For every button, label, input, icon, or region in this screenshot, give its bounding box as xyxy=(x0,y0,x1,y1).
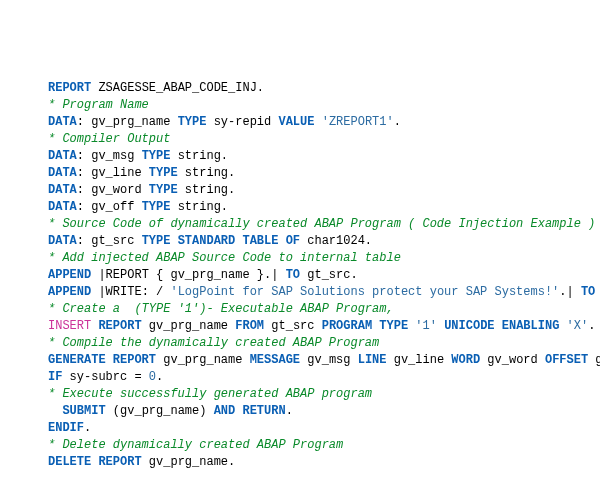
code-token: gt_src. xyxy=(595,285,600,299)
code-token: APPEND xyxy=(48,285,91,299)
code-line: INSERT REPORT gv_prg_name FROM gt_src PR… xyxy=(48,318,600,335)
code-token: DATA xyxy=(48,115,77,129)
code-line: * Program Name xyxy=(48,97,600,114)
code-line: DATA: gt_src TYPE STANDARD TABLE OF char… xyxy=(48,233,600,250)
code-line: DELETE REPORT gv_prg_name. xyxy=(48,454,600,471)
code-token: * Compile the dynamically created ABAP P… xyxy=(48,336,379,350)
code-token: . xyxy=(286,404,293,418)
code-line: * Create a (TYPE '1')- Executable ABAP P… xyxy=(48,301,600,318)
code-token: 'X' xyxy=(567,319,589,333)
code-token: IF xyxy=(48,370,62,384)
code-token: TYPE xyxy=(178,115,207,129)
code-token: . xyxy=(394,115,401,129)
code-line: * Delete dynamically created ABAP Progra… xyxy=(48,437,600,454)
code-token: |REPORT { gv_prg_name }.| xyxy=(91,268,285,282)
code-line: DATA: gv_word TYPE string. xyxy=(48,182,600,199)
code-token: gv_prg_name xyxy=(156,353,250,367)
code-token: gv_word xyxy=(480,353,545,367)
code-token: |WRITE: / xyxy=(91,285,170,299)
code-token: OFFSET xyxy=(545,353,588,367)
code-line: GENERATE REPORT gv_prg_name MESSAGE gv_m… xyxy=(48,352,600,369)
code-token: MESSAGE xyxy=(250,353,300,367)
code-token: gv_msg xyxy=(300,353,358,367)
code-token: TYPE xyxy=(149,183,178,197)
code-token: FROM xyxy=(235,319,264,333)
code-token: DATA xyxy=(48,166,77,180)
code-token: sy-repid xyxy=(206,115,278,129)
code-token xyxy=(559,319,566,333)
code-token: APPEND xyxy=(48,268,91,282)
code-token: gv_off. xyxy=(588,353,600,367)
code-token: TYPE STANDARD TABLE OF xyxy=(142,234,300,248)
code-token: UNICODE ENABLING xyxy=(444,319,559,333)
code-line: * Compiler Output xyxy=(48,131,600,148)
code-token: string. xyxy=(170,149,228,163)
code-line: SUBMIT (gv_prg_name) AND RETURN. xyxy=(48,403,600,420)
code-token: char1024. xyxy=(300,234,372,248)
code-token: INSERT xyxy=(48,319,91,333)
code-line: * Source Code of dynamically created ABA… xyxy=(48,216,600,233)
code-token: * Delete dynamically created ABAP Progra… xyxy=(48,438,343,452)
code-token: SUBMIT xyxy=(62,404,105,418)
code-token: * Source Code of dynamically created ABA… xyxy=(48,217,595,231)
code-token: WORD xyxy=(451,353,480,367)
code-token: 0 xyxy=(149,370,156,384)
code-token: TYPE xyxy=(149,166,178,180)
code-token: TO xyxy=(286,268,300,282)
code-line: * Execute successfully generated ABAP pr… xyxy=(48,386,600,403)
code-token: DATA xyxy=(48,200,77,214)
code-token: . xyxy=(156,370,163,384)
code-token xyxy=(48,404,62,418)
code-token: TO xyxy=(581,285,595,299)
code-token: PROGRAM TYPE xyxy=(322,319,408,333)
code-token: AND RETURN xyxy=(214,404,286,418)
code-token: ZSAGESSE_ABAP_CODE_INJ. xyxy=(91,81,264,95)
code-line: DATA: gv_prg_name TYPE sy-repid VALUE 'Z… xyxy=(48,114,600,131)
code-token: string. xyxy=(178,183,236,197)
code-token: gv_prg_name. xyxy=(142,455,236,469)
code-token: . xyxy=(588,319,595,333)
code-token: gt_src xyxy=(264,319,322,333)
code-line: APPEND |REPORT { gv_prg_name }.| TO gt_s… xyxy=(48,267,600,284)
code-token: : gv_msg xyxy=(77,149,142,163)
code-token: DATA xyxy=(48,149,77,163)
code-line: APPEND |WRITE: / 'LogPoint for SAP Solut… xyxy=(48,284,600,301)
code-token: : gv_prg_name xyxy=(77,115,178,129)
code-token: 'LogPoint for SAP Solutions protect your… xyxy=(170,285,559,299)
code-token: string. xyxy=(178,166,236,180)
code-token: (gv_prg_name) xyxy=(106,404,214,418)
code-token: * Program Name xyxy=(48,98,149,112)
code-line: IF sy-subrc = 0. xyxy=(48,369,600,386)
code-line: REPORT ZSAGESSE_ABAP_CODE_INJ. xyxy=(48,80,600,97)
abap-code-block: REPORT ZSAGESSE_ABAP_CODE_INJ.* Program … xyxy=(48,80,600,471)
code-token: TYPE xyxy=(142,200,171,214)
code-token: . xyxy=(84,421,91,435)
code-line: DATA: gv_msg TYPE string. xyxy=(48,148,600,165)
code-token: DATA xyxy=(48,234,77,248)
code-line: * Add injected ABAP Source Code to inter… xyxy=(48,250,600,267)
code-token: VALUE xyxy=(278,115,314,129)
code-token: GENERATE REPORT xyxy=(48,353,156,367)
code-token: DELETE REPORT xyxy=(48,455,142,469)
code-line: ENDIF. xyxy=(48,420,600,437)
code-line: DATA: gv_off TYPE string. xyxy=(48,199,600,216)
code-token: * Execute successfully generated ABAP pr… xyxy=(48,387,372,401)
code-token: : gt_src xyxy=(77,234,142,248)
code-token: 'ZREPORT1' xyxy=(322,115,394,129)
code-token: .| xyxy=(559,285,581,299)
code-token: LINE xyxy=(358,353,387,367)
code-token: : gv_word xyxy=(77,183,149,197)
code-token: ENDIF xyxy=(48,421,84,435)
code-token: * Create a (TYPE '1')- Executable ABAP P… xyxy=(48,302,394,316)
code-token: sy-subrc = xyxy=(62,370,148,384)
code-token: * Add injected ABAP Source Code to inter… xyxy=(48,251,401,265)
code-token: : gv_off xyxy=(77,200,142,214)
code-token: gv_line xyxy=(387,353,452,367)
code-line: * Compile the dynamically created ABAP P… xyxy=(48,335,600,352)
code-token: TYPE xyxy=(142,149,171,163)
code-line: DATA: gv_line TYPE string. xyxy=(48,165,600,182)
code-token xyxy=(314,115,321,129)
code-token: * Compiler Output xyxy=(48,132,170,146)
code-token: gv_prg_name xyxy=(142,319,236,333)
code-token: : gv_line xyxy=(77,166,149,180)
